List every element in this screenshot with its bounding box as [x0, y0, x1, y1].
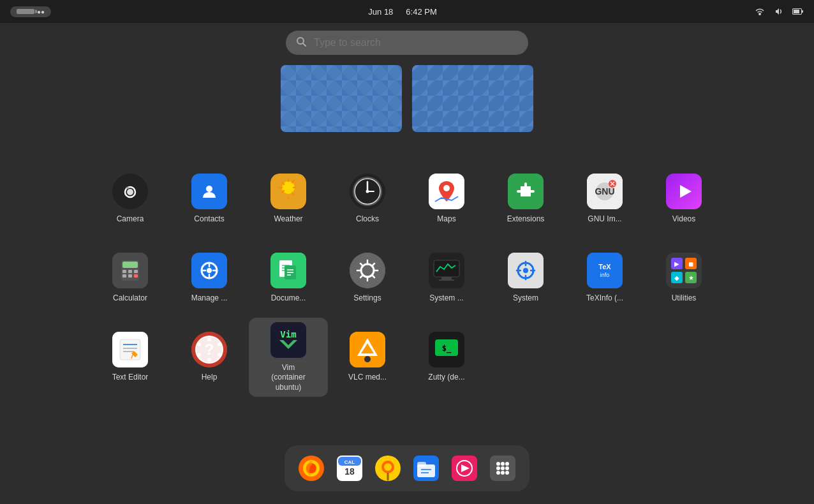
- camera-icon: [112, 174, 148, 209]
- clocks-icon: [350, 174, 385, 209]
- battery-label: ●●: [37, 8, 45, 15]
- app-texteditor[interactable]: Text Editor: [91, 318, 170, 397]
- svg-text:GNU: GNU: [595, 186, 614, 196]
- texinfo-label: TeXInfo (...: [586, 293, 623, 304]
- app-maps[interactable]: Maps: [407, 159, 486, 239]
- top-bar: ●● Jun 18 6:42 PM: [0, 0, 814, 23]
- svg-point-84: [218, 353, 221, 357]
- app-extensions[interactable]: Extensions: [486, 159, 565, 239]
- app-settings[interactable]: Settings: [328, 239, 407, 318]
- svg-rect-9: [126, 187, 129, 189]
- settings-icon: [350, 253, 385, 288]
- dock-calendar[interactable]: CAL 18: [333, 452, 366, 485]
- svg-rect-35: [122, 274, 126, 278]
- app-clocks[interactable]: Clocks: [328, 159, 407, 239]
- gnu-icon: GNU: [587, 174, 623, 209]
- svg-text:★: ★: [688, 274, 694, 281]
- dock-software[interactable]: [448, 452, 481, 485]
- top-bar-right: [754, 6, 804, 17]
- svg-point-83: [218, 343, 221, 346]
- svg-point-118: [501, 466, 505, 470]
- dock-files[interactable]: [410, 452, 443, 485]
- app-help[interactable]: ? Help: [170, 318, 249, 397]
- workspace-2[interactable]: [412, 65, 533, 132]
- documents-icon: [270, 253, 306, 288]
- documents-label: Docume...: [271, 293, 306, 304]
- svg-point-122: [505, 471, 509, 475]
- dock-lollypop[interactable]: [371, 452, 404, 485]
- app-calculator[interactable]: Calculator: [91, 239, 170, 318]
- extensions-label: Extensions: [507, 214, 545, 225]
- workspaces: [281, 65, 533, 132]
- svg-rect-31: [122, 262, 138, 268]
- app-camera[interactable]: Camera: [91, 159, 170, 239]
- search-icon: [296, 36, 306, 49]
- manager-icon: [191, 253, 227, 288]
- svg-text:18: 18: [344, 466, 355, 477]
- svg-point-21: [443, 185, 450, 191]
- gnu-label: GNU Im...: [588, 214, 621, 225]
- app-zutty[interactable]: $_ Zutty (de...: [407, 318, 486, 397]
- svg-rect-60: [587, 253, 623, 288]
- app-vim[interactable]: Vim Vim (container ubuntu): [249, 318, 328, 397]
- app-weather[interactable]: Weather: [249, 159, 328, 239]
- system-icon: [508, 253, 544, 288]
- svg-point-114: [496, 462, 500, 466]
- svg-point-116: [505, 462, 509, 466]
- svg-rect-108: [417, 462, 426, 467]
- system-label: System: [513, 293, 538, 304]
- calculator-label: Calculator: [113, 293, 147, 304]
- clocks-label: Clocks: [356, 214, 379, 225]
- svg-text:◆: ◆: [674, 274, 679, 281]
- app-texinfo[interactable]: TeX info TeXInfo (...: [565, 239, 644, 318]
- app-gnu[interactable]: GNU GNU Im...: [565, 159, 644, 239]
- network-icon[interactable]: [754, 6, 766, 17]
- svg-rect-36: [128, 274, 132, 278]
- svg-point-19: [366, 190, 369, 193]
- svg-point-51: [350, 253, 385, 288]
- battery-icon[interactable]: [792, 6, 804, 17]
- manager-label: Manage ...: [191, 293, 228, 304]
- dock-appgrid[interactable]: [486, 452, 519, 485]
- zutty-label: Zutty (de...: [428, 373, 464, 383]
- app-manager[interactable]: Manage ...: [170, 239, 249, 318]
- svg-text:▶: ▶: [674, 260, 679, 267]
- svg-text:info: info: [600, 272, 610, 278]
- svg-point-82: [207, 337, 211, 341]
- extensions-icon: [508, 174, 544, 209]
- app-utilities[interactable]: ▶ ◼ ◆ ★ Utilities: [644, 239, 723, 318]
- svg-point-85: [207, 358, 211, 362]
- svg-point-0: [759, 13, 761, 15]
- svg-point-119: [505, 466, 509, 470]
- search-container: [286, 31, 528, 55]
- workspace-1[interactable]: [281, 65, 402, 132]
- weather-label: Weather: [274, 214, 302, 225]
- svg-point-91: [364, 356, 371, 362]
- svg-point-115: [501, 462, 505, 466]
- app-documents[interactable]: Docume...: [249, 239, 328, 318]
- time-label: 6:42 PM: [406, 7, 436, 17]
- search-input[interactable]: [286, 31, 528, 55]
- top-bar-center: Jun 18 6:42 PM: [368, 7, 436, 17]
- battery-widget: ●●: [10, 6, 51, 17]
- vlc-icon: [350, 332, 385, 367]
- help-icon: ?: [191, 332, 227, 367]
- app-contacts[interactable]: Contacts: [170, 159, 249, 239]
- utilities-icon: ▶ ◼ ◆ ★: [666, 253, 702, 288]
- svg-text:CAL: CAL: [344, 459, 355, 465]
- app-sysmon[interactable]: System ...: [407, 239, 486, 318]
- sysmon-icon: [429, 253, 464, 288]
- app-row-2: Calculator Manage ...: [91, 239, 723, 318]
- app-videos[interactable]: Videos: [644, 159, 723, 239]
- app-system[interactable]: System: [486, 239, 565, 318]
- svg-rect-2: [794, 10, 799, 13]
- maps-label: Maps: [437, 214, 455, 225]
- svg-point-117: [496, 466, 500, 470]
- app-vlc[interactable]: VLC med...: [328, 318, 407, 397]
- dock-firefox[interactable]: [295, 452, 328, 485]
- vim-label: Vim (container ubuntu): [271, 363, 305, 393]
- videos-icon: [666, 174, 702, 209]
- top-bar-left: ●●: [10, 6, 51, 17]
- svg-point-104: [384, 463, 392, 471]
- volume-icon[interactable]: [773, 6, 785, 17]
